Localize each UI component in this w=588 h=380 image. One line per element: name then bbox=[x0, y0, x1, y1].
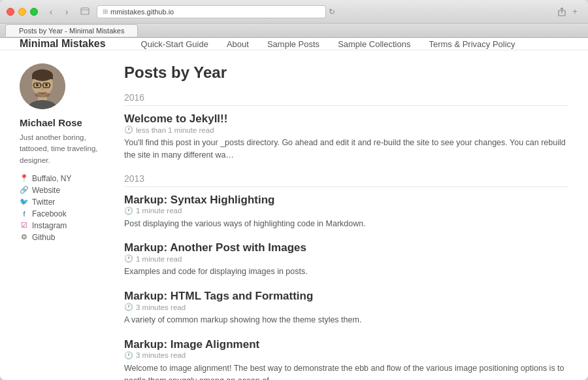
clock-icon: 🕐 bbox=[124, 207, 133, 215]
reload-button[interactable]: ↻ bbox=[326, 6, 338, 18]
site-title: Minimal Mistakes bbox=[20, 38, 106, 50]
post-title[interactable]: Markup: HTML Tags and Formatting bbox=[124, 290, 313, 302]
svg-rect-9 bbox=[32, 75, 53, 79]
author-website[interactable]: 🔗 Website bbox=[20, 186, 105, 195]
new-tab-button[interactable]: + bbox=[568, 5, 581, 18]
list-item: Welcome to Jekyll!! 🕐 less than 1 minute… bbox=[124, 112, 568, 162]
post-excerpt: Examples and code for displaying images … bbox=[124, 266, 568, 278]
post-read-time: 1 minute read bbox=[136, 255, 182, 263]
post-meta: 🕐 1 minute read bbox=[124, 207, 568, 215]
twitter-label: Twitter bbox=[32, 198, 55, 207]
author-links: 📍 Buffalo, NY 🔗 Website 🐦 Twitter f Face… bbox=[20, 174, 105, 242]
year-section-2016: 2016 Welcome to Jekyll!! 🕐 less than 1 m… bbox=[124, 92, 568, 162]
back-button[interactable]: ‹ bbox=[44, 5, 57, 18]
list-item: Markup: Another Post with Images 🕐 1 min… bbox=[124, 241, 568, 278]
nav-about[interactable]: About bbox=[218, 39, 258, 49]
svg-rect-0 bbox=[81, 8, 89, 14]
sidebar: Michael Rose Just another boring, tattoo… bbox=[20, 63, 105, 380]
nav-terms[interactable]: Terms & Privacy Policy bbox=[419, 39, 524, 49]
post-read-time: 3 minutes read bbox=[136, 351, 186, 359]
clock-icon: 🕐 bbox=[124, 254, 133, 263]
author-name: Michael Rose bbox=[20, 117, 105, 128]
share-button[interactable] bbox=[555, 5, 568, 18]
github-icon: ⚙ bbox=[20, 233, 29, 241]
list-item: Markup: Image Alignment 🕐 3 minutes read… bbox=[124, 338, 568, 380]
author-instagram[interactable]: ☑ Instagram bbox=[20, 221, 105, 230]
browser-tab-bar: Posts by Year - Minimal Mistakes bbox=[0, 24, 588, 38]
author-avatar bbox=[20, 63, 65, 109]
github-label: Github bbox=[32, 233, 55, 242]
list-item: Markup: HTML Tags and Formatting 🕐 3 min… bbox=[124, 290, 568, 326]
website-icon: 🔗 bbox=[20, 186, 29, 194]
site-header: Minimal Mistakes Quick-Start Guide About… bbox=[0, 38, 588, 50]
author-github[interactable]: ⚙ Github bbox=[20, 233, 105, 242]
browser-window: ‹ › ⊞ mmistakes.github.io ↻ + Posts by Y… bbox=[0, 0, 588, 380]
forward-button[interactable]: › bbox=[60, 5, 73, 18]
post-read-time: 3 minutes read bbox=[136, 303, 186, 311]
minimize-button[interactable] bbox=[18, 8, 26, 16]
twitter-icon: 🐦 bbox=[20, 198, 29, 206]
browser-dots bbox=[7, 8, 38, 16]
post-meta: 🕐 1 minute read bbox=[124, 254, 568, 263]
post-excerpt: Welcome to image alignment! The best way… bbox=[124, 362, 568, 380]
post-title[interactable]: Markup: Image Alignment bbox=[124, 338, 259, 351]
svg-point-18 bbox=[35, 92, 50, 97]
post-read-time: less than 1 minute read bbox=[136, 126, 214, 134]
browser-titlebar: ‹ › ⊞ mmistakes.github.io ↻ + bbox=[0, 0, 588, 24]
post-title[interactable]: Markup: Another Post with Images bbox=[124, 241, 306, 254]
nav-quickstart[interactable]: Quick-Start Guide bbox=[132, 39, 218, 49]
post-excerpt: Post displaying the various ways of high… bbox=[124, 218, 568, 230]
year-heading-2016: 2016 bbox=[124, 92, 568, 106]
page-content: Minimal Mistakes Quick-Start Guide About… bbox=[0, 38, 588, 380]
main-content: Posts by Year 2016 Welcome to Jekyll!! 🕐… bbox=[124, 63, 568, 380]
svg-point-16 bbox=[45, 84, 48, 86]
facebook-icon: f bbox=[20, 210, 29, 218]
clock-icon: 🕐 bbox=[124, 303, 133, 311]
post-meta: 🕐 3 minutes read bbox=[124, 351, 568, 360]
facebook-label: Facebook bbox=[32, 209, 67, 218]
author-location[interactable]: 📍 Buffalo, NY bbox=[20, 174, 105, 183]
author-twitter[interactable]: 🐦 Twitter bbox=[20, 198, 105, 207]
instagram-label: Instagram bbox=[32, 221, 67, 230]
site-nav: Quick-Start Guide About Sample Posts Sam… bbox=[132, 39, 525, 49]
browser-nav: ‹ › bbox=[44, 5, 73, 18]
maximize-button[interactable] bbox=[30, 8, 38, 16]
post-read-time: 1 minute read bbox=[136, 207, 182, 215]
author-facebook[interactable]: f Facebook bbox=[20, 209, 105, 218]
location-label: Buffalo, NY bbox=[32, 174, 71, 183]
list-item: Markup: Syntax Highlighting 🕐 1 minute r… bbox=[124, 194, 568, 230]
browser-icon bbox=[78, 5, 91, 18]
lock-icon: ⊞ bbox=[103, 8, 108, 15]
main-layout: Michael Rose Just another boring, tattoo… bbox=[0, 50, 588, 380]
nav-sample-posts[interactable]: Sample Posts bbox=[258, 39, 329, 49]
page-title: Posts by Year bbox=[124, 63, 568, 82]
url-text: mmistakes.github.io bbox=[110, 8, 174, 16]
nav-sample-collections[interactable]: Sample Collections bbox=[329, 39, 419, 49]
location-icon: 📍 bbox=[20, 174, 29, 182]
website-label: Website bbox=[32, 186, 60, 195]
svg-point-17 bbox=[41, 88, 44, 90]
active-tab[interactable]: Posts by Year - Minimal Mistakes bbox=[5, 24, 138, 37]
clock-icon: 🕐 bbox=[124, 351, 133, 360]
post-meta: 🕐 3 minutes read bbox=[124, 303, 568, 311]
clock-icon: 🕐 bbox=[124, 126, 133, 134]
post-title[interactable]: Welcome to Jekyll!! bbox=[124, 112, 227, 125]
instagram-icon: ☑ bbox=[20, 221, 29, 230]
svg-point-15 bbox=[36, 84, 39, 86]
post-meta: 🕐 less than 1 minute read bbox=[124, 126, 568, 134]
post-excerpt: You'll find this post in your _posts dir… bbox=[124, 137, 568, 162]
year-heading-2013: 2013 bbox=[124, 173, 568, 187]
author-bio: Just another boring, tattooed, time trav… bbox=[20, 132, 105, 166]
post-excerpt: A variety of common markup showing how t… bbox=[124, 314, 568, 326]
post-title[interactable]: Markup: Syntax Highlighting bbox=[124, 194, 274, 206]
close-button[interactable] bbox=[7, 8, 14, 16]
year-section-2013: 2013 Markup: Syntax Highlighting 🕐 1 min… bbox=[124, 173, 568, 381]
address-bar[interactable]: ⊞ mmistakes.github.io bbox=[97, 5, 326, 18]
